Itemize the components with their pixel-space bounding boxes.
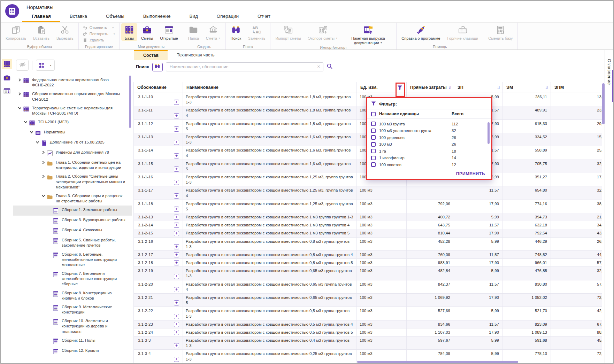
table-row[interactable]: 3.1-2-15+Разработка грунта в отвал экска… <box>134 229 602 237</box>
ribbon-button-replace[interactable]: AB↳ACЗаменить <box>245 23 268 41</box>
tree-item[interactable]: Сборник 12. Кровли <box>13 346 132 356</box>
toc-side-tab[interactable]: Оглавление <box>605 50 613 363</box>
tree-item[interactable]: Территориальные сметные нормативы для Мо… <box>13 104 132 118</box>
tree-item[interactable]: Сборник 9. Металлические конструкции <box>13 303 132 317</box>
search-options-button[interactable] <box>152 63 163 71</box>
expand-row-button[interactable]: + <box>174 166 179 172</box>
tree-item[interactable]: Сборник 7. Бетонные и железобетонные кон… <box>13 269 132 289</box>
sort-icon[interactable]: ↓↑ <box>448 85 454 90</box>
filter-option[interactable]: 1 иглофильтр14 <box>371 155 487 162</box>
chevron-down-icon[interactable] <box>22 119 29 124</box>
expand-row-button[interactable]: + <box>174 231 179 236</box>
filter-option[interactable]: 100 деревьев26 <box>371 134 487 141</box>
filter-option[interactable]: 100 м3 уплотненного грунта32 <box>371 127 487 134</box>
filter-option[interactable]: 100 хвостов12 <box>371 161 487 168</box>
tree-item[interactable]: Индексы для дополнения 78 <box>13 148 132 158</box>
table-row[interactable]: 3.1-2-20+Разработка грунта в отвал экска… <box>134 280 602 294</box>
tree-item[interactable]: Сборник 11. Полы <box>13 336 132 346</box>
expand-row-button[interactable]: + <box>174 223 179 228</box>
column-header-name[interactable]: Наименование <box>183 82 356 93</box>
chevron-down-icon[interactable] <box>28 130 35 134</box>
table-row[interactable]: 3.1-2-21+Разработка грунта в отвал экска… <box>134 294 602 307</box>
tree-item[interactable]: Глава 1. Сборники сметных цен на материа… <box>13 158 132 172</box>
tree-item[interactable]: Дополнение 78 от 15.08.2025 <box>13 138 132 148</box>
search-input[interactable] <box>166 63 323 71</box>
chevron-right-icon[interactable] <box>40 160 47 164</box>
column-header-zp[interactable]: ЗП↓↑ <box>454 82 502 93</box>
chevron-down-icon[interactable]: ▼ <box>336 37 338 39</box>
expand-row-button[interactable]: + <box>174 207 179 212</box>
filter-option[interactable]: 100 м326 <box>371 141 487 148</box>
expand-row-button[interactable]: + <box>174 100 179 105</box>
scrollbar-thumb[interactable] <box>602 83 605 124</box>
chevron-down-icon[interactable]: ▼ <box>113 33 115 35</box>
ribbon-button-estimate[interactable]: Смета▼ <box>203 23 224 41</box>
tree-item[interactable]: Сборник 8. Конструкции из кирпича и блок… <box>13 289 132 303</box>
tab-tehchast[interactable]: Техническая часть <box>168 50 223 60</box>
expand-row-button[interactable]: + <box>174 260 179 265</box>
table-horizontal-scrollbar[interactable] <box>357 361 518 363</box>
chevron-right-icon[interactable] <box>16 77 23 82</box>
filter-option[interactable]: 1 га18 <box>371 148 487 155</box>
chevron-down-icon[interactable]: ▼ <box>380 41 382 44</box>
expand-row-button[interactable]: + <box>174 314 179 319</box>
ribbon-button-folder[interactable]: Папка <box>185 23 202 41</box>
menu-tab-otchet[interactable]: Отчет <box>248 12 280 22</box>
ribbon-button-about[interactable]: Справка о программе <box>398 23 443 41</box>
expand-row-button[interactable]: + <box>174 244 179 249</box>
table-row[interactable]: 3.1-2-24+Разработка грунта в отвал экска… <box>134 328 602 336</box>
tree-item[interactable]: Сборник 6. Бетонные, железобетонные конс… <box>13 250 132 270</box>
expand-row-button[interactable]: + <box>174 193 179 199</box>
strip-estimates[interactable] <box>2 72 12 83</box>
table-row[interactable]: 3.1-2-23+Разработка грунта в отвал экска… <box>134 320 602 328</box>
expand-row-button[interactable]: + <box>174 343 179 348</box>
expand-row-button[interactable]: + <box>174 357 179 362</box>
ribbon-button-export-estimate[interactable]: Экспорт сметы▼ <box>305 23 341 41</box>
chevron-down-icon[interactable] <box>34 140 41 144</box>
table-row[interactable]: 3.1-1-17+Разработка грунта в отвал экска… <box>134 186 602 200</box>
tree-item[interactable]: ТСН-2001 (МГЭ) <box>13 118 132 128</box>
table-row[interactable]: 3.1-3-3+Разработка грунта в отвал экскав… <box>134 336 602 350</box>
expand-row-button[interactable]: + <box>174 330 179 335</box>
ribbon-button-batch-export[interactable]: Пакетная выгрузка документации▼ <box>341 23 394 45</box>
table-row[interactable]: 3.1-2-22+Разработка грунта в отвал экска… <box>134 307 602 320</box>
chevron-right-icon[interactable] <box>16 91 23 95</box>
table-row[interactable]: 3.1-2-16+Разработка грунта в отвал экска… <box>134 238 602 251</box>
checkbox[interactable] <box>371 122 376 126</box>
ribbon-button-hotkeys[interactable]: Горячие клавиши <box>444 23 481 41</box>
menu-tab-vypolnenie[interactable]: Выполнение <box>134 12 180 22</box>
checkbox[interactable] <box>371 149 376 153</box>
column-header-direct[interactable]: Прямые затраты↓↑ <box>406 82 454 93</box>
search-icon[interactable] <box>327 63 333 71</box>
ribbon-button-find[interactable]: Поиск <box>228 23 244 41</box>
chevron-right-icon[interactable] <box>40 150 47 154</box>
select-all-checkbox[interactable] <box>371 112 376 116</box>
chevron-down-icon[interactable]: ▼ <box>47 60 54 70</box>
strip-opened[interactable] <box>2 86 12 96</box>
chevron-down-icon[interactable] <box>40 193 47 198</box>
tree-item[interactable]: Сборник 5. Свайные работы, закрепление г… <box>13 236 132 250</box>
ribbon-button-copy[interactable]: Копировать <box>2 23 29 41</box>
chevron-down-icon[interactable]: ▼ <box>112 26 114 29</box>
menu-tab-vid[interactable]: Вид <box>180 12 207 22</box>
expand-row-button[interactable]: + <box>174 153 179 158</box>
ribbon-button-redo[interactable]: Повторить▼ <box>83 31 115 36</box>
checkbox[interactable] <box>371 142 376 147</box>
chevron-down-icon[interactable] <box>16 106 23 110</box>
expand-row-button[interactable]: + <box>174 113 179 118</box>
expand-row-button[interactable]: + <box>174 140 179 145</box>
tree-item[interactable]: Сборник 10. Элементы и конструкции из де… <box>13 317 132 336</box>
expand-row-button[interactable]: + <box>174 126 179 132</box>
ribbon-button-estimates[interactable]: Сметы <box>138 23 156 41</box>
tree-item[interactable]: Нормативы <box>13 128 132 138</box>
tree-item[interactable]: Сборник 1. Земляные работы <box>13 206 132 216</box>
hide-unused-button[interactable] <box>16 60 29 71</box>
ribbon-button-cut[interactable]: Вырезать <box>53 23 77 41</box>
chevron-right-icon[interactable] <box>40 174 47 178</box>
tree-item[interactable]: Сборник 3. Буровзрывные работы <box>13 216 132 226</box>
expand-row-button[interactable]: + <box>174 300 179 305</box>
column-header-em[interactable]: ЭМ↓↑ <box>502 82 551 93</box>
tree-item[interactable]: Глава 2. Сборник "Сметные цены эксплуата… <box>13 172 132 192</box>
expand-row-button[interactable]: + <box>174 180 179 185</box>
tree-item[interactable]: Федеральная сметная нормативная база ФСН… <box>13 76 132 90</box>
